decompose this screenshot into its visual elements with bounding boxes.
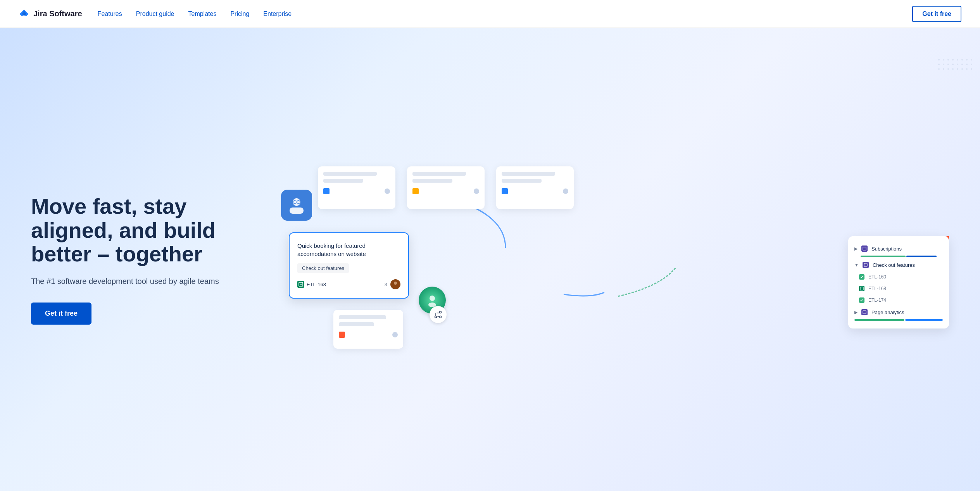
feature-tag: Check out features [297,263,349,273]
svg-rect-18 [863,311,866,314]
brand-name: Jira Software [33,9,82,18]
kanban-card-bottom [333,310,403,349]
user-avatar-blue [281,190,312,221]
panel-item-check-out-features: ▼ Check out features [848,259,949,271]
kanban-card-1 [318,166,395,209]
nav-links: Features Product guide Templates Pricing… [98,10,292,17]
feature-card: Quick booking for featured accomodations… [289,232,409,299]
nav-enterprise[interactable]: Enterprise [263,10,292,17]
panel-etl-168: ETL-168 [868,286,886,291]
nav-templates[interactable]: Templates [188,10,216,17]
feature-id-text: ETL-168 [307,282,326,287]
feature-id: ETL-168 [297,281,326,288]
hero-section: Move fast, stay aligned, and build bette… [0,28,980,491]
etl-160-check-icon [859,274,864,280]
chevron-down-icon: ▼ [854,263,859,267]
person-green-icon [425,293,439,307]
hero-subtext: The #1 software development tool used by… [31,275,225,287]
panel-analytics-icon [861,309,868,315]
svg-rect-1 [290,207,304,214]
panel-item-page-analytics: ▶ Page analytics [848,306,949,318]
panel-etl-160: ETL-160 [868,274,886,280]
panel-features-label: Check out features [873,262,915,268]
etl-174-check-icon [859,297,864,303]
panel-item-etl-174: ETL-174 [848,294,949,306]
etl-icon [297,281,304,288]
git-icon [433,310,443,319]
panel-item-etl-160: ETL-160 [848,271,949,283]
panel-item-subscriptions: ▶ Subscriptions [848,242,949,255]
hero-heading: Move fast, stay aligned, and build bette… [31,194,225,266]
chevron-right-icon: ▶ [854,246,858,251]
svg-rect-15 [863,247,866,250]
logo-link[interactable]: Jira Software [19,9,82,19]
kanban-card-3 [496,166,574,209]
svg-rect-16 [864,263,867,266]
subscriptions-progress-bar [854,256,943,257]
git-badge [430,306,447,323]
kanban-card-2 [407,166,485,209]
person-icon [286,195,307,215]
panel-etl-174: ETL-174 [868,297,886,303]
right-panel: ▶ Subscriptions ▼ [848,236,949,328]
nav-product-guide[interactable]: Product guide [136,10,174,17]
navbar: Jira Software Features Product guide Tem… [0,0,980,28]
svg-rect-17 [860,287,863,290]
panel-analytics-label: Page analytics [871,309,904,315]
etl-168-icon [859,286,864,291]
hero-visuals: Quick booking for featured accomodations… [256,143,949,376]
feature-card-title: Quick booking for featured accomodations… [297,242,400,258]
nav-get-it-free-button[interactable]: Get it free [912,6,961,22]
panel-subscriptions-label: Subscriptions [871,246,902,252]
svg-point-11 [435,316,437,318]
nav-features[interactable]: Features [98,10,122,17]
avatar-count-group: 3 [385,279,400,289]
svg-point-13 [440,316,442,318]
avatar-number: 3 [385,282,387,287]
user-avatar-small [390,279,400,289]
chevron-right-analytics-icon: ▶ [854,310,858,315]
nav-pricing[interactable]: Pricing [230,10,249,17]
feature-card-footer: ETL-168 3 [297,279,400,289]
panel-features-icon [863,262,869,268]
hero-get-it-free-button[interactable]: Get it free [31,303,91,325]
panel-item-etl-168: ETL-168 [848,283,949,294]
decorative-dots [938,59,972,70]
panel-subscriptions-icon [861,246,868,252]
svg-point-7 [394,282,397,285]
jira-logo-icon [19,9,29,19]
svg-point-8 [393,285,398,288]
hero-left-content: Move fast, stay aligned, and build bette… [31,194,225,325]
svg-point-9 [430,296,435,301]
